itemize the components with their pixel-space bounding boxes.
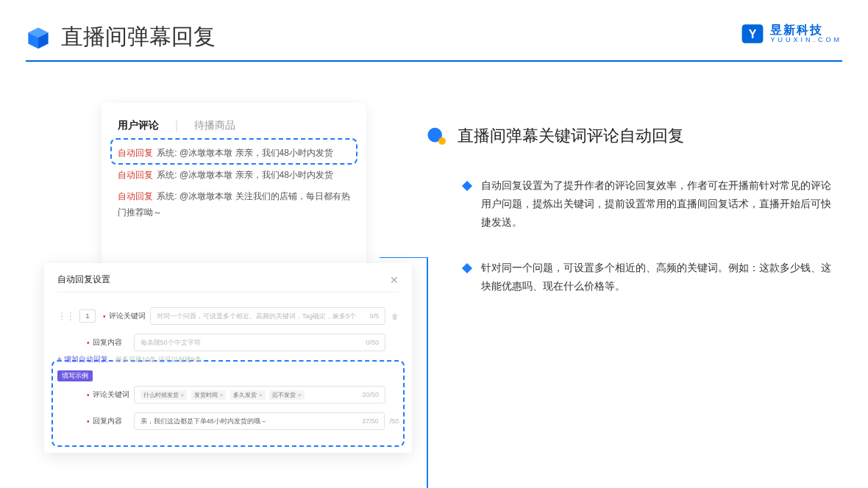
right-column: 直播间弹幕关键词评论自动回复 自动回复设置为了提升作者的评论回复效率，作者可在开… <box>427 125 839 322</box>
comment-text: 系统: @冰墩墩本墩 亲亲，我们48小时内发货 <box>157 148 333 158</box>
outer-counter: /50 <box>389 417 399 425</box>
add-hint: 最多可建10条 还可以创建9条 <box>115 356 202 363</box>
diamond-icon <box>462 262 472 273</box>
comment-text: 系统: @冰墩墩本墩 亲亲，我们48小时内发货 <box>157 170 333 180</box>
required-mark: • <box>103 312 106 320</box>
content-placeholder: 每条限50个中文字符 <box>140 338 201 348</box>
ex-keyword-label: 评论关键词 <box>93 390 134 400</box>
bullet-text: 针对同一个问题，可设置多个相近的、高频的关键词。例如：这款多少钱、这块能优惠吗、… <box>481 259 839 295</box>
ex-tag-list: 什么时候发货× 发货时间× 多久发货× 迟不发货× <box>140 390 307 400</box>
ex-content-counter: 37/50 <box>362 417 379 425</box>
drag-handle-icon[interactable]: ⋮⋮ <box>57 311 75 321</box>
example-content-row: • 回复内容 亲，我们这边都是下单48小时内发货的哦～ 37/50 /50 <box>57 412 399 430</box>
content-label: 回复内容 <box>93 337 134 348</box>
brand-icon: Y <box>741 22 764 46</box>
comment-row: 自动回复 系统: @冰墩墩本墩 亲亲，我们48小时内发货 <box>118 143 350 165</box>
page-title: 直播间弹幕回复 <box>61 22 216 52</box>
tab-user-comments[interactable]: 用户评论 <box>118 119 159 132</box>
tab-separator: | <box>175 119 178 132</box>
header: 直播间弹幕回复 Y 昱新科技 YUUXIN.COM <box>26 22 842 52</box>
svg-point-5 <box>438 137 446 145</box>
required-mark: • <box>87 339 90 347</box>
cube-icon <box>26 25 51 50</box>
right-title: 直播间弹幕关键词评论自动回复 <box>458 125 684 147</box>
keyword-label: 评论关键词 <box>109 311 150 321</box>
required-mark: • <box>87 391 90 399</box>
ex-keyword-input[interactable]: 什么时候发货× 发货时间× 多久发货× 迟不发货× 20/50 <box>134 386 385 403</box>
header-divider <box>26 60 842 62</box>
tag-chip[interactable]: 多久发货× <box>230 390 266 400</box>
rule-index: 1 <box>79 309 96 323</box>
keyword-counter: 0/5 <box>369 312 379 320</box>
example-badge: 填写示例 <box>57 370 93 381</box>
keyword-input[interactable]: 对同一个问题，可设置多个相近、高频的关键词，Tag确定，最多5个 0/5 <box>150 307 385 325</box>
auto-reply-tag: 自动回复 <box>118 148 153 158</box>
chat-bubble-icon <box>427 126 447 146</box>
tag-chip[interactable]: 迟不发货× <box>269 390 305 400</box>
add-auto-reply-link[interactable]: + 增加自动回复 最多可建10条 还可以创建9条 <box>57 351 399 365</box>
bullet-item: 针对同一个问题，可设置多个相近的、高频的关键词。例如：这款多少钱、这块能优惠吗、… <box>427 259 839 295</box>
content-counter: 0/50 <box>366 339 379 346</box>
tab-pending-products[interactable]: 待播商品 <box>194 119 235 132</box>
diamond-icon <box>462 181 472 191</box>
content-row: • 回复内容 每条限50个中文字符 0/50 <box>57 334 399 351</box>
brand-name: 昱新科技 <box>770 24 842 37</box>
delete-icon[interactable]: 🗑 <box>391 312 399 320</box>
brand-sub: YUUXIN.COM <box>770 37 842 44</box>
right-title-row: 直播间弹幕关键词评论自动回复 <box>427 125 839 147</box>
ex-keyword-counter: 20/50 <box>362 391 379 398</box>
auto-reply-tag: 自动回复 <box>118 170 153 180</box>
ex-content-value: 亲，我们这边都是下单48小时内发货的哦～ <box>140 417 267 426</box>
content-input[interactable]: 每条限50个中文字符 0/50 <box>134 334 385 351</box>
settings-card: 自动回复设置 ✕ ⋮⋮ 1 • 评论关键词 对同一个问题，可设置多个相近、高频的… <box>44 263 412 453</box>
tag-chip[interactable]: 什么时候发货× <box>140 390 188 400</box>
brand: Y 昱新科技 YUUXIN.COM <box>741 22 842 46</box>
settings-title: 自动回复设置 <box>57 273 110 286</box>
tag-chip[interactable]: 发货时间× <box>191 390 227 400</box>
ex-content-input[interactable]: 亲，我们这边都是下单48小时内发货的哦～ 37/50 <box>134 412 385 430</box>
example-keyword-row: • 评论关键词 什么时候发货× 发货时间× 多久发货× 迟不发货× 20/50 <box>57 386 399 403</box>
comment-row: 自动回复 系统: @冰墩墩本墩 亲亲，我们48小时内发货 <box>118 165 350 187</box>
bullet-text: 自动回复设置为了提升作者的评论回复效率，作者可在开播前针对常见的评论用户问题，提… <box>481 176 839 232</box>
svg-text:Y: Y <box>749 28 757 40</box>
tabs: 用户评论 | 待播商品 <box>118 119 350 132</box>
auto-reply-tag: 自动回复 <box>118 191 153 201</box>
close-icon[interactable]: ✕ <box>390 274 399 286</box>
keyword-row: ⋮⋮ 1 • 评论关键词 对同一个问题，可设置多个相近、高频的关键词，Tag确定… <box>57 307 399 325</box>
keyword-placeholder: 对同一个问题，可设置多个相近、高频的关键词，Tag确定，最多5个 <box>157 312 357 321</box>
comment-row: 自动回复 系统: @冰墩墩本墩 关注我们的店铺，每日都有热门推荐呦～ <box>118 186 350 223</box>
required-mark: • <box>87 417 90 426</box>
highlight-box-example <box>51 360 405 447</box>
ex-content-label: 回复内容 <box>93 416 134 426</box>
bullet-item: 自动回复设置为了提升作者的评论回复效率，作者可在开播前针对常见的评论用户问题，提… <box>427 176 839 232</box>
comment-card: 用户评论 | 待播商品 自动回复 系统: @冰墩墩本墩 亲亲，我们48小时内发货… <box>102 103 366 265</box>
